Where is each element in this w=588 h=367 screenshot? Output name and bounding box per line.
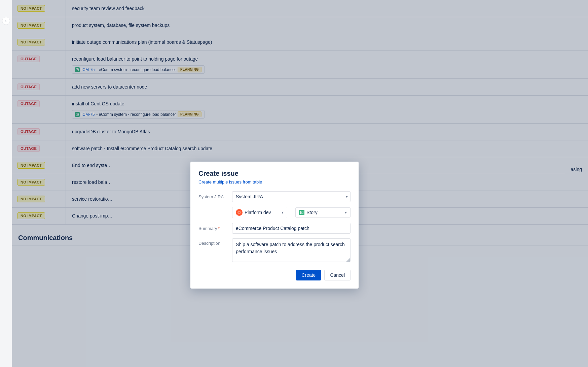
modal-title: Create issue [198,170,351,177]
description-label: Description [198,238,232,246]
summary-row: Summary [198,223,351,234]
summary-field-container [232,223,351,234]
system-jira-select-wrapper: System JIRA ▾ [232,191,351,202]
description-field-container: Ship a software patch to address the pro… [232,238,351,263]
page-wrapper: › NO IMPACT security team review and fee… [0,0,588,367]
modal-overlay: Create issue Create multiple issues from… [12,0,588,367]
summary-input[interactable] [232,223,351,234]
chevron-right-icon: › [5,19,7,23]
create-multiple-link[interactable]: Create multiple issues from table [198,179,351,185]
project-issue-type-row: Platform dev ▾ Platform dev [232,207,351,218]
project-select-container: Platform dev ▾ Platform dev [232,207,287,218]
create-issue-modal: Create issue Create multiple issues from… [190,162,359,289]
issue-type-select-container: Story ▾ Story Bug Task [295,207,351,218]
sidebar-toggle-area: › [0,0,12,367]
system-jira-label: System JIRA [198,194,232,199]
create-button[interactable]: Create [296,270,321,280]
description-row: Description Ship a software patch to add… [198,238,351,263]
system-jira-select[interactable]: System JIRA [232,191,351,202]
description-textarea[interactable]: Ship a software patch to address the pro… [232,238,351,262]
system-jira-row: System JIRA System JIRA ▾ [198,191,351,202]
cancel-button[interactable]: Cancel [324,270,351,280]
sidebar-toggle-button[interactable]: › [2,17,10,25]
modal-actions: Create Cancel [198,270,351,280]
main-content: NO IMPACT security team review and feedb… [12,0,588,367]
summary-label: Summary [198,226,232,231]
